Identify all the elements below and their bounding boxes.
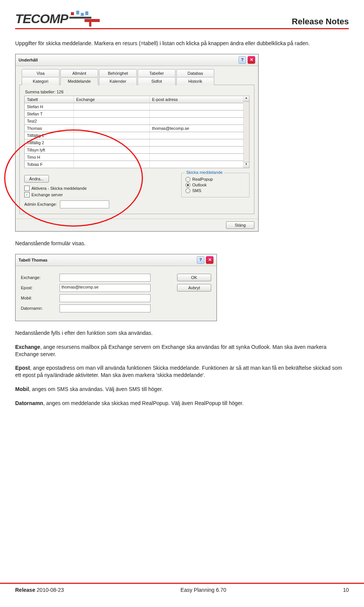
tab-tabeller[interactable]: Tabeller	[138, 69, 176, 77]
table-row[interactable]: Thomasthomas@tecomp.se	[24, 125, 244, 132]
table-row[interactable]: Tillfällig 1	[24, 132, 244, 139]
checkbox-icon	[24, 186, 30, 191]
radio-selected-icon	[185, 183, 190, 188]
checkbox-checked-icon: ✓	[24, 192, 30, 197]
tab-kalender[interactable]: Kalender	[99, 77, 137, 85]
dialog-titlebar: Underhåll ? ✕	[16, 54, 258, 66]
tab-allmant[interactable]: Allmänt	[60, 69, 98, 77]
close-icon[interactable]: ✕	[206, 256, 213, 264]
label-datornamn: Datornamn:	[21, 306, 55, 311]
scroll-up-icon[interactable]: ▲	[243, 96, 249, 102]
intro-text: Uppgifter för skicka meddelande. Markera…	[15, 40, 349, 47]
input-epost[interactable]: thomas@tecomp.se	[60, 284, 151, 292]
footer-mid: Easy Planning 6.70	[180, 587, 226, 593]
svg-rect-5	[85, 19, 100, 22]
admin-exchange-input[interactable]	[60, 200, 109, 208]
tab-kategori[interactable]: Kategori	[22, 77, 60, 85]
help-icon[interactable]: ?	[238, 56, 246, 64]
summa-label: Summa tabeller: 126	[25, 90, 249, 94]
mid-text: Nedanstående formulär visas.	[15, 240, 349, 247]
tab-databas[interactable]: Databas	[176, 69, 214, 77]
page-footer: Release 2010-08-23 Easy Planning 6.70 10	[0, 583, 364, 593]
input-exchange[interactable]	[60, 274, 151, 282]
radio-icon	[185, 188, 190, 193]
svg-rect-3	[85, 11, 88, 15]
ok-button[interactable]: OK	[177, 274, 211, 281]
tab-panel: Summa tabeller: 126 Tabell Exchange E-po…	[19, 85, 254, 214]
th-epost[interactable]: E-post adress	[150, 96, 243, 103]
scroll-down-icon[interactable]: ▼	[243, 162, 249, 168]
tabell-thomas-dialog: Tabell Thomas ? ✕ Exchange: OK Epost: th…	[15, 254, 217, 321]
logo-text: TECOMP	[15, 11, 68, 26]
radio-outlook[interactable]: Outlook	[185, 183, 245, 188]
label-mobil: Mobil:	[21, 296, 55, 300]
footer-right: 10	[343, 587, 349, 593]
label-exchange: Exchange:	[21, 275, 55, 280]
svg-rect-6	[89, 22, 91, 27]
svg-rect-1	[76, 11, 79, 14]
svg-rect-2	[81, 13, 84, 16]
svg-rect-0	[71, 12, 74, 15]
table-scrollbar[interactable]: ▲ ▼	[243, 96, 249, 168]
th-exchange[interactable]: Exchange	[74, 96, 150, 103]
p-mobil: Mobil, anges om SMS ska användas. Välj ä…	[15, 386, 349, 393]
table-row[interactable]: Tillfällig 2	[24, 139, 244, 147]
logo: TECOMP	[15, 11, 100, 27]
help-icon[interactable]: ?	[197, 256, 204, 264]
label-epost: Epost:	[21, 285, 55, 290]
tab-visa[interactable]: Visa	[22, 69, 60, 77]
close-icon[interactable]: ✕	[248, 56, 255, 64]
table-row[interactable]: Stefan T	[24, 110, 244, 118]
p-epost: Epost, ange epostadress om man vill anvä…	[15, 364, 349, 379]
dialog2-titlebar: Tabell Thomas ? ✕	[16, 254, 217, 266]
tab-meddelande[interactable]: Meddelande	[60, 77, 98, 85]
p-datornamn: Datornamn, anges om meddelande ska skick…	[15, 400, 349, 407]
tab-sidfot[interactable]: Sidfot	[138, 77, 176, 85]
chk-exchange-server[interactable]: ✓ Exchange server	[24, 192, 166, 197]
radio-icon	[185, 177, 190, 182]
dialog-title-text: Underhåll	[19, 58, 38, 62]
dialog2-title-text: Tabell Thomas	[19, 258, 47, 262]
admin-exchange-label: Admin Exchange:	[24, 202, 57, 207]
page-title: Release Notes	[292, 17, 349, 27]
edit-button[interactable]: Ändra...	[24, 175, 49, 183]
p-exchange: Exchange, ange resursens mailbox på Exch…	[15, 344, 349, 358]
table-row[interactable]: Test2	[24, 118, 244, 125]
tab-historik[interactable]: Historik	[176, 77, 214, 85]
table-row[interactable]: Timo H	[24, 154, 244, 161]
p1: Nedanstående fylls i efter den funktion …	[15, 330, 349, 337]
footer-left: Release 2010-08-23	[15, 587, 64, 593]
table-row[interactable]: Tobias F	[24, 161, 244, 168]
radio-sms[interactable]: SMS	[185, 188, 245, 193]
chk-aktivera-label: Aktivera - Skicka meddelande	[31, 186, 87, 191]
th-tabell[interactable]: Tabell	[25, 96, 74, 103]
group-title: Skicka meddelande	[185, 170, 224, 175]
table-row[interactable]: Tillsyn lyft	[24, 147, 244, 154]
send-message-group: Skicka meddelande RealPopup Outlook SMS	[181, 173, 249, 197]
underhall-dialog: Underhåll ? ✕ Visa Allmänt Behörighet Ta…	[15, 54, 259, 232]
tabs-row-2: Kategori Meddelande Kalender Sidfot Hist…	[22, 77, 254, 85]
input-mobil[interactable]	[60, 294, 151, 302]
chk-aktivera[interactable]: Aktivera - Skicka meddelande	[24, 186, 166, 191]
svg-rect-4	[69, 17, 91, 19]
table-row[interactable]: Stefan H	[24, 103, 244, 110]
logo-mark-icon	[69, 11, 100, 27]
close-button[interactable]: Stäng	[226, 221, 254, 229]
chk-exchange-label: Exchange server	[31, 192, 63, 197]
radio-realpopup[interactable]: RealPopup	[185, 177, 245, 182]
input-datornamn[interactable]	[60, 304, 151, 312]
tabs-row-1: Visa Allmänt Behörighet Tabeller Databas	[22, 69, 254, 77]
page-header: TECOMP Release Notes	[15, 11, 349, 29]
tab-behorighet[interactable]: Behörighet	[99, 69, 137, 77]
cancel-button[interactable]: Avbryt	[177, 284, 211, 292]
resource-table: Tabell Exchange E-post adress Stefan H S…	[24, 96, 249, 168]
